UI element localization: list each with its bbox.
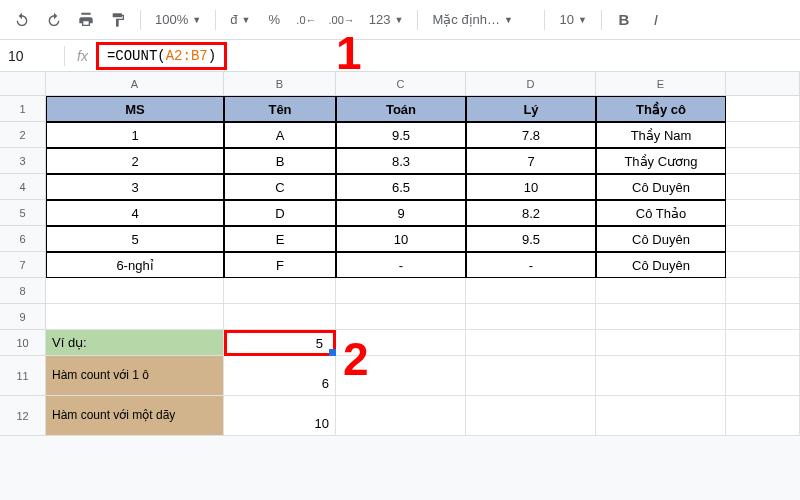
row-header[interactable]: 12 [0,396,46,436]
col-header-b[interactable]: B [224,72,336,96]
percent-button[interactable]: % [260,6,288,34]
col-header-e[interactable]: E [596,72,726,96]
row-header[interactable]: 8 [0,278,46,304]
fill-handle[interactable] [329,349,336,356]
cell[interactable] [726,356,800,396]
cell[interactable]: E [224,226,336,252]
cell[interactable] [726,148,800,174]
row-header[interactable]: 5 [0,200,46,226]
row-header[interactable]: 1 [0,96,46,122]
cell[interactable]: 10 [466,174,596,200]
cell[interactable] [336,330,466,356]
cell[interactable]: Cô Duyên [596,226,726,252]
cell[interactable] [336,396,466,436]
cell[interactable] [466,330,596,356]
col-header-f[interactable] [726,72,800,96]
cell[interactable] [726,330,800,356]
cell[interactable]: 6-nghỉ [46,252,224,278]
font-size-combo[interactable]: 10▼ [553,6,592,34]
cell[interactable] [596,278,726,304]
cell-example-label[interactable]: Ví dụ: [46,330,224,356]
paint-format-button[interactable] [104,6,132,34]
row-header[interactable]: 3 [0,148,46,174]
cell[interactable]: 7 [466,148,596,174]
cell[interactable] [596,304,726,330]
increase-decimal-button[interactable]: .00→ [325,6,359,34]
cell[interactable]: 1 [46,122,224,148]
cell[interactable] [726,174,800,200]
row-header[interactable]: 2 [0,122,46,148]
cell[interactable]: - [466,252,596,278]
zoom-combo[interactable]: 100%▼ [149,6,207,34]
cell[interactable] [726,200,800,226]
cell[interactable] [336,356,466,396]
undo-button[interactable] [8,6,36,34]
row-header[interactable]: 9 [0,304,46,330]
cell[interactable]: Thầy Cương [596,148,726,174]
row-header[interactable]: 4 [0,174,46,200]
cell[interactable]: Cô Duyên [596,174,726,200]
cell[interactable] [596,396,726,436]
cell[interactable]: 6.5 [336,174,466,200]
row-header[interactable]: 6 [0,226,46,252]
cell[interactable] [224,304,336,330]
cell[interactable]: 10 [336,226,466,252]
cell[interactable]: 7.8 [466,122,596,148]
selected-cell[interactable]: 5 [224,330,336,356]
cell[interactable]: 4 [46,200,224,226]
cell[interactable]: A [224,122,336,148]
cell[interactable] [224,278,336,304]
header-ms[interactable]: MS [46,96,224,122]
col-header-a[interactable]: A [46,72,224,96]
cell[interactable]: 8.2 [466,200,596,226]
cell[interactable]: B [224,148,336,174]
cell-count-one-label[interactable]: Hàm count với 1 ô [46,356,224,396]
cell[interactable] [336,278,466,304]
cell[interactable] [726,252,800,278]
name-box[interactable]: 10 [0,48,60,64]
cell[interactable]: Cô Duyên [596,252,726,278]
print-button[interactable] [72,6,100,34]
cell[interactable] [466,356,596,396]
cell[interactable]: F [224,252,336,278]
cell[interactable] [726,304,800,330]
select-all-corner[interactable] [0,72,46,96]
formula-input[interactable]: =COUNT(A2:B7) [101,46,222,66]
cell[interactable]: - [336,252,466,278]
cell[interactable] [46,278,224,304]
cell[interactable] [46,304,224,330]
cell[interactable] [336,304,466,330]
cell[interactable]: 10 [224,396,336,436]
col-header-d[interactable]: D [466,72,596,96]
cell[interactable]: 6 [224,356,336,396]
cell[interactable]: 5 [46,226,224,252]
cell[interactable]: 9 [336,200,466,226]
header-toan[interactable]: Toán [336,96,466,122]
cell[interactable] [466,304,596,330]
cell[interactable]: Cô Thảo [596,200,726,226]
cell[interactable]: 3 [46,174,224,200]
cell[interactable]: C [224,174,336,200]
decrease-decimal-button[interactable]: .0← [292,6,320,34]
bold-button[interactable]: B [610,6,638,34]
cell[interactable]: 9.5 [466,226,596,252]
row-header[interactable]: 10 [0,330,46,356]
number-format-combo[interactable]: 123▼ [363,6,410,34]
header-thayco[interactable]: Thầy cô [596,96,726,122]
italic-button[interactable]: I [642,6,670,34]
row-header[interactable]: 11 [0,356,46,396]
cell[interactable] [726,396,800,436]
cell[interactable] [726,226,800,252]
cell[interactable] [726,96,800,122]
redo-button[interactable] [40,6,68,34]
cell-count-range-label[interactable]: Hàm count với một dãy [46,396,224,436]
row-header[interactable]: 7 [0,252,46,278]
cell[interactable] [596,330,726,356]
cell[interactable]: Thầy Nam [596,122,726,148]
currency-button[interactable]: đ▼ [224,6,256,34]
header-ten[interactable]: Tên [224,96,336,122]
cell[interactable] [466,396,596,436]
cell[interactable] [466,278,596,304]
cell[interactable]: 8.3 [336,148,466,174]
cell[interactable] [596,356,726,396]
